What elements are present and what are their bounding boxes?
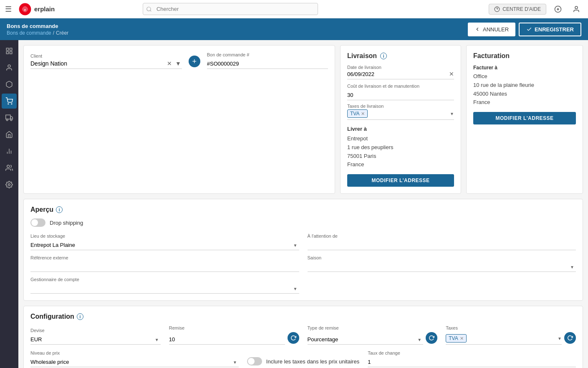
date-clear-button[interactable]: ✕ [449, 71, 454, 77]
type-remise-select[interactable]: Pourcentage Fixe [308, 335, 424, 345]
sidebar-item-team[interactable] [2, 160, 17, 175]
topbar-right: CENTRE D'AIDE [489, 3, 583, 16]
apercu-title: Aperçu i [30, 206, 576, 213]
taxes-dropdown-btn[interactable]: ▼ [558, 336, 562, 341]
client-card: Client ✕ ▼ + Bon de commande # [23, 45, 335, 194]
settings-icon [5, 181, 13, 188]
breadcrumb-section: Bons de commande [7, 23, 68, 29]
taxes-row: Taxes de livraison TVA ✕ ▼ [347, 104, 454, 120]
sidebar-item-analytics[interactable] [2, 144, 17, 159]
analytics-icon [5, 147, 13, 155]
saison-select[interactable] [308, 262, 576, 272]
sidebar-item-delivery[interactable] [2, 110, 17, 125]
order-number-input[interactable] [207, 59, 328, 69]
lieu-select[interactable]: Entrepot La Plaine [30, 240, 299, 250]
date-label: Date de livraison [347, 65, 454, 70]
user-button[interactable] [570, 3, 583, 16]
lieu-select-wrapper: Entrepot La Plaine ▼ [30, 240, 299, 250]
cout-label: Coût de livraison et de manutention [347, 84, 454, 89]
taux-label: Taux de change [368, 350, 576, 355]
tva-tag-remove[interactable]: ✕ [361, 111, 365, 117]
inventory-icon [5, 131, 13, 138]
inclure-toggle-knob [248, 358, 255, 365]
delivery-icon [5, 114, 13, 122]
date-input[interactable] [347, 71, 449, 77]
breadcrumb-bar: Bons de commande Bons de commande / Crée… [0, 18, 588, 40]
app-layout: Client ✕ ▼ + Bon de commande # [0, 40, 588, 368]
sidebar-item-settings[interactable] [2, 177, 17, 192]
gestionnaire-select[interactable] [30, 284, 299, 294]
add-button[interactable] [551, 3, 565, 16]
search-input[interactable] [143, 3, 318, 15]
taxes-refresh-button[interactable] [564, 332, 576, 344]
gestionnaire-select-wrapper: ▼ [30, 284, 299, 294]
menu-icon[interactable]: ☰ [5, 5, 12, 14]
taux-field: Taux de change [368, 350, 576, 367]
client-add-button[interactable]: + [189, 56, 200, 67]
gestionnaire-label: Gestionnaire de compte [30, 277, 299, 282]
sidebar-item-inventory[interactable] [2, 127, 17, 142]
taux-input[interactable] [368, 357, 576, 367]
apercu-card: Aperçu i Drop shipping Lieu de stockage … [23, 199, 583, 301]
apercu-info-icon[interactable]: i [56, 206, 63, 213]
devise-select[interactable]: EUR [30, 335, 161, 345]
breadcrumb-actions: ANNULER ENREGISTRER [468, 23, 581, 36]
cancel-button[interactable]: ANNULER [468, 23, 515, 36]
save-label: ENREGISTRER [535, 26, 574, 33]
taxes-config-label: Taxes [446, 325, 576, 330]
sidebar-item-products[interactable] [2, 77, 17, 92]
niveau-select-wrapper: Wholesale price ▼ [30, 357, 239, 367]
svg-point-24 [8, 184, 10, 186]
taxes-chevron[interactable]: ▼ [450, 112, 454, 116]
livraison-title-text: Livraison [347, 52, 377, 60]
arrow-left-icon [474, 26, 480, 32]
breadcrumb-separator: / [53, 30, 54, 36]
svg-point-2 [147, 7, 151, 10]
breadcrumb-path: Bons de commande / Créer [7, 30, 68, 36]
svg-point-8 [575, 6, 578, 9]
client-input[interactable] [30, 60, 164, 67]
remise-label: Remise [169, 325, 299, 330]
attention-label: À l'attention de [308, 233, 576, 239]
type-remise-select-wrapper: Pourcentage Fixe ▼ [308, 335, 424, 345]
save-button[interactable]: ENREGISTRER [519, 23, 581, 36]
client-clear-button[interactable]: ✕ [166, 60, 173, 67]
drop-shipping-toggle[interactable] [30, 218, 45, 227]
breadcrumb-parent-link[interactable]: Bons de commande [7, 30, 51, 36]
saison-label: Saison [308, 255, 576, 260]
facturation-modifier-button[interactable]: MODIFIER L'ADRESSE [473, 112, 576, 124]
inclure-taxes-toggle[interactable] [247, 357, 262, 365]
sidebar-item-orders[interactable] [2, 94, 17, 109]
sidebar-item-dashboard[interactable] [2, 43, 17, 58]
main-content: Client ✕ ▼ + Bon de commande # [18, 40, 588, 368]
cout-input[interactable] [347, 90, 454, 100]
taxes-label: Taxes de livraison [347, 104, 454, 109]
livraison-info-icon[interactable]: i [380, 53, 387, 59]
niveau-select[interactable]: Wholesale price [30, 357, 239, 367]
configuration-info-icon[interactable]: i [77, 313, 83, 320]
inclure-taxes-row: Inclure les taxes dans les prix unitaire… [247, 357, 359, 367]
livraison-addr-line4: France [347, 160, 454, 169]
type-remise-refresh-button[interactable] [426, 332, 437, 344]
config-row-2: Niveau de prix Wholesale price ▼ Inclure… [30, 350, 576, 367]
search-icon [146, 6, 152, 12]
sidebar-item-contacts[interactable] [2, 60, 17, 75]
remise-input[interactable] [169, 335, 285, 345]
remise-refresh-button[interactable] [288, 332, 299, 344]
remise-field: Remise [169, 325, 299, 345]
svg-point-23 [7, 165, 10, 168]
sidebar [0, 40, 18, 368]
help-button[interactable]: CENTRE D'AIDE [489, 4, 546, 15]
facturation-address: Office 10 rue de la plaine fleurie 45000… [473, 72, 576, 107]
order-number-label: Bon de commande # [207, 52, 328, 57]
svg-rect-11 [10, 52, 12, 54]
tva-tag-text: TVA [350, 111, 359, 117]
lieu-label: Lieu de stockage [30, 233, 299, 239]
attention-input[interactable] [308, 240, 576, 250]
devise-field: Devise EUR ▼ [30, 328, 161, 345]
taxes-tva-remove[interactable]: ✕ [460, 336, 464, 341]
client-dropdown-button[interactable]: ▼ [174, 60, 182, 67]
ref-input[interactable] [30, 262, 299, 272]
attention-field: À l'attention de [308, 233, 576, 250]
livraison-modifier-button[interactable]: MODIFIER L'ADRESSE [347, 174, 454, 187]
